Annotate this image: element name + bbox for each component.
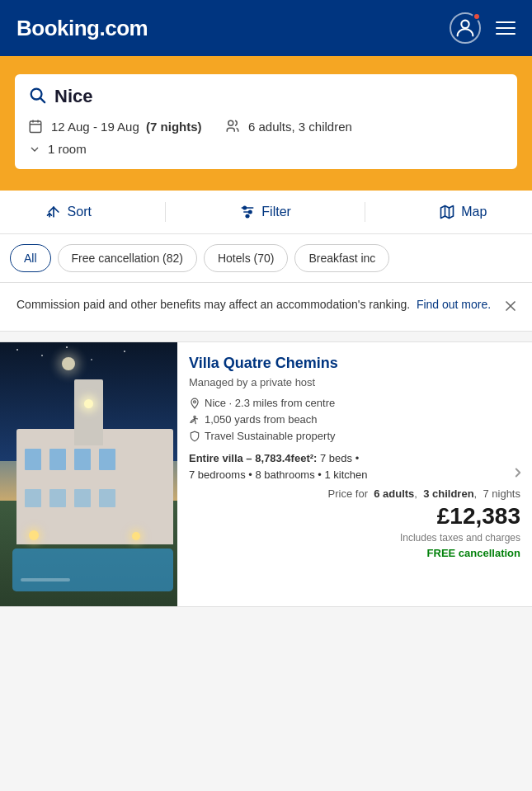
svg-point-7	[228, 120, 233, 125]
map-button[interactable]: Map	[439, 204, 487, 220]
price-children: 3 children	[423, 487, 473, 500]
action-bar: Sort Filter Map	[0, 191, 532, 234]
notification-dot	[473, 12, 481, 21]
property-image-scene	[0, 342, 177, 606]
user-avatar[interactable]	[450, 12, 481, 44]
notice-bar: Commission paid and other benefits may a…	[0, 283, 532, 332]
menu-button[interactable]	[496, 21, 516, 35]
chip-hotels[interactable]: Hotels (70)	[204, 244, 288, 272]
search-guests: 6 adults, 3 children	[248, 120, 352, 134]
chevron-down-icon	[28, 143, 41, 156]
search-room-row: 1 room	[28, 142, 504, 156]
notice-close-button[interactable]	[502, 298, 519, 318]
location-icon	[189, 398, 200, 409]
calendar-icon	[28, 119, 43, 134]
svg-rect-3	[30, 121, 41, 133]
property-name: Villa Quatre Chemins	[189, 354, 520, 373]
destination-text: Nice	[54, 86, 92, 107]
property-description: Entire villa – 8,783.4feet²: 7 beds • 7 …	[189, 450, 520, 483]
search-dates: 12 Aug - 19 Aug (7 nights)	[51, 120, 202, 134]
svg-marker-16	[441, 206, 454, 219]
property-beach: 1,050 yards from beach	[189, 413, 520, 426]
price-adults: 6 adults	[374, 487, 414, 500]
property-sustainable: Travel Sustainable property	[189, 430, 520, 442]
chevron-right-icon	[511, 465, 525, 483]
location-text: Nice · 2.3 miles from centre	[205, 397, 335, 409]
property-card[interactable]: Villa Quatre Chemins Managed by a privat…	[0, 341, 532, 607]
divider-2	[365, 202, 365, 222]
property-tax: Includes taxes and charges	[189, 532, 520, 544]
price-nights: 7 nights	[483, 487, 520, 500]
property-host: Managed by a private host	[189, 376, 520, 388]
chip-all[interactable]: All	[10, 244, 51, 272]
price-for-label: Price for 6 adults, 3 children, 7 nights	[189, 487, 520, 500]
property-cancellation: FREE cancellation	[189, 547, 520, 559]
sustainable-text: Travel Sustainable property	[205, 430, 336, 442]
svg-point-21	[194, 401, 196, 403]
property-type: Entire villa – 8,783.4feet²:	[189, 452, 317, 464]
map-label: Map	[461, 205, 487, 219]
sustainable-icon	[189, 431, 200, 442]
svg-point-0	[461, 21, 468, 28]
chip-breakfast[interactable]: Breakfast inc	[294, 244, 389, 272]
beach-icon	[189, 414, 200, 426]
search-icon	[28, 86, 46, 107]
search-banner: Nice 12 Aug - 19 Aug (7 nights) 6 adults…	[0, 56, 532, 191]
filter-label: Filter	[261, 205, 291, 219]
header: Booking.com	[0, 0, 532, 56]
sort-button[interactable]: Sort	[45, 204, 92, 220]
property-image	[0, 342, 177, 606]
logo: Booking.com	[16, 16, 148, 41]
search-dates-guests: 12 Aug - 19 Aug (7 nights) 6 adults, 3 c…	[28, 119, 504, 134]
notice-text: Commission paid and other benefits may a…	[16, 296, 494, 313]
divider-1	[165, 202, 166, 222]
chip-free-cancellation[interactable]: Free cancellation (82)	[58, 244, 197, 272]
svg-line-2	[40, 98, 45, 102]
notice-link[interactable]: Find out more.	[417, 298, 491, 311]
search-box[interactable]: Nice 12 Aug - 19 Aug (7 nights) 6 adults…	[13, 73, 519, 171]
beach-text: 1,050 yards from beach	[205, 413, 318, 426]
header-actions	[450, 12, 516, 44]
svg-point-14	[249, 210, 252, 213]
guests-icon	[225, 119, 240, 134]
filter-button[interactable]: Filter	[239, 204, 291, 220]
svg-point-23	[194, 416, 195, 417]
filter-chips: All Free cancellation (82) Hotels (70) B…	[0, 234, 532, 283]
property-price: £12,383	[189, 503, 520, 530]
svg-point-15	[247, 214, 249, 217]
room-text: 1 room	[48, 142, 87, 156]
svg-point-13	[243, 206, 246, 209]
search-destination-row: Nice	[28, 86, 504, 107]
property-location: Nice · 2.3 miles from centre	[189, 397, 520, 409]
nights-label: (7 nights)	[146, 120, 202, 134]
property-info: Villa Quatre Chemins Managed by a privat…	[177, 342, 532, 606]
sort-label: Sort	[68, 205, 92, 219]
